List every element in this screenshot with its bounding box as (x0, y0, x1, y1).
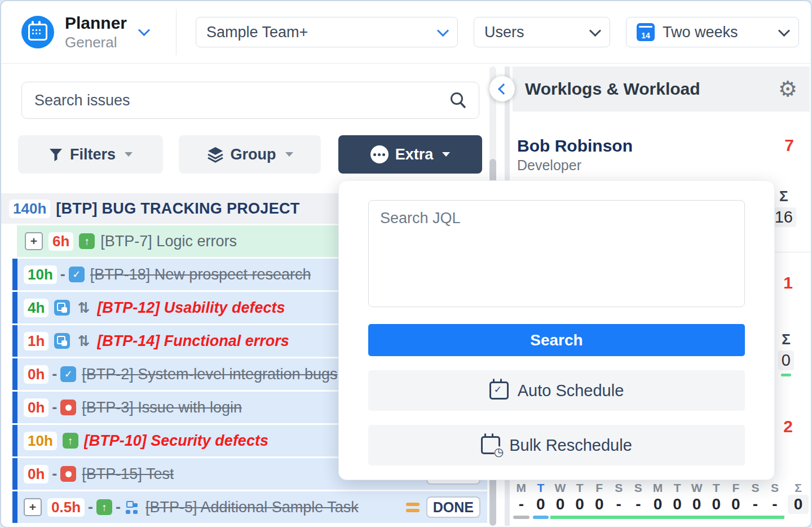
jql-search-button[interactable]: Search (368, 324, 745, 356)
day-letter: F (589, 481, 609, 495)
calendar-clock-icon (481, 436, 500, 454)
sigma-total: 0 (788, 495, 809, 514)
task-hours: 0h (24, 465, 48, 483)
sigma-column: Σ 0 (785, 481, 811, 519)
day-column: F 0 (726, 481, 746, 519)
funnel-icon (48, 147, 63, 162)
caret-down-icon (285, 152, 293, 157)
task-hours: 0h (24, 365, 48, 384)
day-value: - (765, 495, 785, 514)
chevron-left-icon (498, 83, 509, 95)
day-value: 0 (570, 495, 590, 514)
day-letter: W (687, 481, 707, 495)
day-letter: S (765, 481, 785, 495)
dash: - (60, 266, 65, 283)
issue-type-icon (96, 499, 112, 515)
task-title: [BTP-2] System-level integration bugs (82, 366, 337, 383)
day-column: T 0 (570, 481, 590, 519)
day-value: 0 (707, 495, 726, 514)
progress-bar-fragment (781, 374, 791, 376)
group-label: Group (231, 146, 276, 163)
jql-input[interactable] (368, 200, 745, 307)
expand-icon[interactable] (24, 498, 42, 516)
search-issues-box[interactable] (21, 82, 479, 119)
day-column: T 0 (531, 481, 551, 519)
auto-schedule-button[interactable]: Auto Schedule (368, 370, 745, 411)
extra-dropdown-menu: Search Auto Schedule Bulk Reschedule (338, 180, 775, 480)
day-letter: F (726, 481, 746, 495)
search-issues-input[interactable] (33, 91, 448, 110)
calendar-check-icon (489, 381, 509, 400)
day-column: M - (511, 481, 531, 519)
day-column: W 0 (687, 481, 707, 519)
period-value: Two weeks (663, 24, 738, 41)
day-value: - (629, 495, 648, 514)
day-letter: M (511, 481, 531, 495)
progress-bar (589, 516, 609, 519)
workload-grid: M - T 0 W 0 (511, 481, 811, 519)
period-select[interactable]: 14 Two weeks (626, 17, 799, 47)
day-letter: T (707, 481, 726, 495)
progress-bar (648, 516, 668, 519)
bulk-reschedule-button[interactable]: Bulk Reschedule (368, 425, 745, 465)
bulk-reschedule-label: Bulk Reschedule (509, 436, 632, 455)
user-name[interactable]: Bob Robinson (517, 136, 633, 156)
priority-medium-icon (406, 503, 420, 512)
extra-label: Extra (395, 146, 434, 163)
chevron-down-icon (589, 24, 601, 36)
layers-icon (207, 146, 224, 163)
search-icon[interactable] (448, 91, 467, 110)
day-column: W 0 (550, 481, 570, 519)
task-title: [BTP] BUG TRACKING PROJECT (56, 200, 299, 218)
progress-bar (707, 516, 726, 519)
team-select-value: Sample Team+ (206, 24, 308, 41)
task-title: [BTP-3] Issue with login (82, 399, 242, 416)
task-title: [BTP-18] New prospect research (90, 266, 311, 283)
day-letter: T (668, 481, 687, 495)
task-title: [BTP-12] Usability defects (97, 299, 285, 317)
app-subtitle: General (65, 34, 117, 51)
view-mode-select[interactable]: Users (474, 17, 610, 47)
progress-bar (745, 516, 765, 519)
user-issue-count: 7 (784, 136, 794, 155)
team-select[interactable]: Sample Team+ (196, 17, 458, 47)
user-issue-count: 1 (783, 273, 793, 292)
day-letter: T (570, 481, 590, 495)
status-badge: DONE (426, 496, 480, 518)
group-button[interactable]: Group (179, 135, 321, 174)
expand-icon[interactable] (25, 232, 43, 250)
app-title: Planner (65, 14, 127, 33)
collapse-panel-button[interactable] (489, 76, 515, 101)
extra-button[interactable]: Extra (338, 135, 482, 174)
day-letter: S (609, 481, 629, 495)
dash: - (116, 499, 121, 516)
caret-down-icon (125, 152, 133, 157)
progress-bar (533, 516, 549, 519)
app-chevron-down-icon[interactable] (138, 24, 150, 36)
dash: - (52, 399, 57, 416)
progress-bar (668, 516, 687, 519)
task-title: [BTP-15] Test (82, 465, 174, 483)
dash: - (88, 499, 93, 516)
day-column: M 0 (648, 481, 668, 519)
task-title: [BTP-7] Logic errors (100, 233, 237, 250)
day-columns: M - T 0 W 0 (511, 481, 784, 519)
day-value: - (745, 495, 765, 514)
worklogs-header: Worklogs & Workload ⚙ (513, 66, 810, 112)
filters-button[interactable]: Filters (18, 135, 163, 174)
issue-type-icon (54, 300, 70, 316)
task-hours: 4h (24, 299, 48, 317)
day-column: S - (745, 481, 765, 519)
view-mode-value: Users (484, 24, 524, 41)
progress-bar (513, 516, 529, 519)
planner-logo[interactable] (21, 16, 54, 48)
task-hours: 0h (24, 398, 48, 417)
day-letter: W (550, 481, 570, 495)
user-issue-count: 2 (783, 417, 793, 436)
sum-total: Σ 0 (778, 331, 794, 376)
day-letter: S (629, 481, 648, 495)
task-row[interactable]: 0.5h - - [BTP-5] Additional Sample Task … (12, 491, 487, 523)
worklogs-title: Worklogs & Workload (525, 79, 778, 99)
gear-icon[interactable]: ⚙ (778, 78, 797, 100)
issue-type-icon (69, 267, 85, 282)
